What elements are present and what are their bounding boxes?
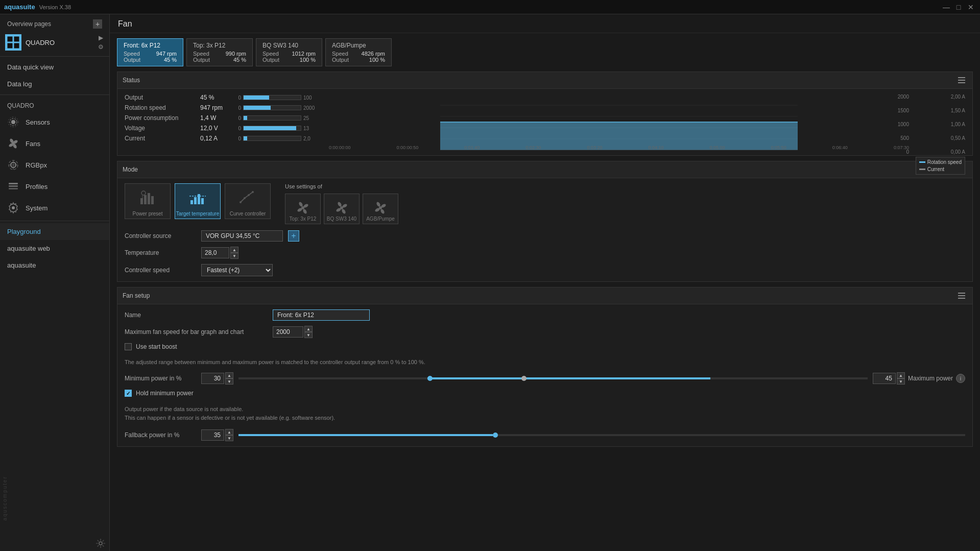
fan-setup-menu-icon[interactable]: [956, 291, 967, 301]
min-power-up-btn[interactable]: ▲: [225, 372, 233, 378]
sidebar-item-rgbpx[interactable]: RGBpx: [0, 154, 109, 176]
sidebar-item-profiles[interactable]: Profiles: [0, 176, 109, 197]
controller-speed-row: Controller speed Fastest (+2) Fast (+1) …: [125, 264, 965, 276]
sensors-label: Sensors: [26, 118, 50, 126]
status-row-voltage: Voltage 12,0 V 0 13: [125, 125, 319, 132]
status-row-output: Output 45 % 0 100: [125, 94, 319, 101]
svg-rect-3: [14, 43, 19, 49]
fan-bqsw3-label: BQ SW3 140: [327, 216, 356, 222]
sidebar-item-data-quick-view[interactable]: Data quick view: [0, 59, 109, 76]
min-power-num-wrap: ▲ ▼: [201, 372, 233, 385]
quadro-monitor-button[interactable]: ▶: [98, 34, 104, 42]
svg-rect-30: [148, 193, 150, 204]
main-content: Fan Front: 6x P12 Speed 947 rpm Output 4…: [110, 14, 980, 551]
fan-setup-section: Fan setup Name Maximum fan speed: [117, 287, 973, 447]
close-button[interactable]: ✕: [966, 2, 976, 12]
max-power-down-btn[interactable]: ▼: [897, 378, 905, 385]
fan-tab-agb[interactable]: AGB/Pumpe Speed 4826 rpm Output 100 %: [325, 38, 392, 66]
min-power-down-btn[interactable]: ▼: [225, 378, 233, 385]
max-power-input[interactable]: [873, 373, 896, 384]
sidebar-item-fans[interactable]: Fans: [0, 133, 109, 154]
sidebar-item-playground[interactable]: Playground: [0, 223, 109, 240]
fan-tab-agb-output-label: Output: [332, 57, 349, 63]
temperature-input[interactable]: [201, 247, 229, 258]
quadro-settings-button[interactable]: ⚙: [98, 43, 104, 51]
status-section: Status Output 45 % 0: [117, 71, 973, 156]
fallback-down-btn[interactable]: ▼: [225, 435, 233, 441]
controller-source-add-btn[interactable]: +: [288, 230, 299, 242]
mode-fan-top3[interactable]: Top: 3x P12: [285, 194, 321, 224]
status-val-voltage: 12,0 V: [200, 125, 231, 132]
fan-tab-bq-speed-val: 1012 rpm: [292, 51, 316, 57]
status-menu-icon[interactable]: [956, 75, 967, 85]
minimize-button[interactable]: —: [941, 2, 951, 12]
temp-up-btn[interactable]: ▲: [230, 247, 238, 253]
sidebar-item-aquasuite[interactable]: aquasuite: [0, 257, 109, 274]
controller-speed-select[interactable]: Fastest (+2) Fast (+1) Normal (0) Slow (…: [201, 264, 273, 276]
hold-min-checkbox[interactable]: [125, 390, 132, 397]
fallback-up-btn[interactable]: ▲: [225, 429, 233, 435]
fan-tab-top[interactable]: Top: 3x P12 Speed 990 rpm Output 45 %: [186, 38, 253, 66]
fan-tab-bq-output-label: Output: [262, 57, 279, 63]
mode-fan-bqsw3[interactable]: BQ SW3 140: [324, 194, 360, 224]
mode-power-preset-btn[interactable]: Power preset: [125, 183, 171, 219]
page-title: Fan: [110, 14, 980, 33]
status-label-rotation: Rotation speed: [125, 104, 196, 111]
fallback-track[interactable]: [238, 430, 965, 440]
controller-source-row: Controller source VOR GPU 34,55 °C +: [125, 230, 965, 242]
svg-rect-36: [198, 194, 200, 204]
start-boost-checkbox[interactable]: [125, 343, 132, 350]
fan-tab-front-output-label: Output: [124, 57, 140, 63]
fan-setup-body: Name Maximum fan speed for bar graph and…: [117, 304, 972, 446]
divider-2: [0, 94, 109, 95]
status-bars: Output 45 % 0 100: [125, 94, 319, 150]
title-bar-left: aquasuite Version X.38: [4, 3, 71, 11]
sidebar-item-sensors[interactable]: Sensors: [0, 111, 109, 133]
status-label-output: Output: [125, 94, 196, 101]
min-power-thumb[interactable]: [427, 376, 433, 381]
min-power-input[interactable]: [201, 373, 224, 384]
fan-top3-label: Top: 3x P12: [290, 216, 317, 222]
mode-target-temp-btn[interactable]: Target temperature: [175, 183, 221, 219]
fan-tab-front[interactable]: Front: 6x P12 Speed 947 rpm Output 45 %: [117, 38, 183, 66]
max-power-up-btn[interactable]: ▲: [897, 372, 905, 378]
divider-1: [0, 56, 109, 57]
status-header: Status: [117, 72, 972, 89]
profiles-icon: [6, 179, 20, 194]
svg-rect-18: [9, 188, 18, 189]
min-power-track[interactable]: [238, 373, 868, 384]
fallback-input[interactable]: [201, 429, 224, 441]
max-power-thumb[interactable]: [521, 376, 527, 381]
mode-curve-ctrl-btn[interactable]: Curve controller: [225, 183, 271, 219]
setup-name-input[interactable]: [273, 309, 370, 321]
add-overview-button[interactable]: +: [93, 19, 102, 29]
setup-name-row: Name: [125, 309, 965, 321]
maximize-button[interactable]: □: [953, 2, 964, 12]
maxspeed-up-btn[interactable]: ▲: [304, 326, 313, 332]
setup-maxspeed-input[interactable]: [273, 326, 303, 338]
svg-rect-16: [9, 183, 18, 184]
quadro-item[interactable]: QUADRO ▶ ⚙: [0, 31, 109, 54]
sidebar-item-system[interactable]: System: [0, 197, 109, 219]
svg-point-40: [244, 197, 246, 199]
sidebar-item-aquasuite-web[interactable]: aquasuite web: [0, 240, 109, 257]
title-bar: aquasuite Version X.38 — □ ✕: [0, 0, 980, 14]
fan-tab-top-name: Top: 3x P12: [193, 42, 246, 49]
fan-tab-front-output-val: 45 %: [164, 57, 177, 63]
hold-min-label: Hold minimum power: [136, 390, 194, 397]
maxspeed-down-btn[interactable]: ▼: [304, 332, 313, 338]
range-info-text: The adjusted range between minimum and m…: [125, 358, 965, 366]
fan-tab-agb-output-row: Output 100 %: [332, 57, 385, 63]
max-power-info-btn[interactable]: i: [956, 374, 965, 383]
fan-tab-bq[interactable]: BQ SW3 140 Speed 1012 rpm Output 100 %: [256, 38, 322, 66]
fan-tab-bq-output-val: 100 %: [300, 57, 316, 63]
sidebar-item-data-log[interactable]: Data log: [0, 76, 109, 92]
mode-fan-agb[interactable]: AGB/Pumpe: [363, 194, 398, 224]
status-body: Output 45 % 0 100: [117, 89, 972, 155]
curve-ctrl-label: Curve controller: [230, 211, 266, 217]
fallback-thumb[interactable]: [493, 433, 498, 438]
temp-down-btn[interactable]: ▼: [230, 253, 238, 259]
svg-point-4: [11, 120, 15, 124]
max-power-right: ▲ ▼ Maximum power i: [873, 372, 965, 385]
sidebar: Overview pages + QUADRO ▶ ⚙ Data quick v…: [0, 14, 110, 551]
